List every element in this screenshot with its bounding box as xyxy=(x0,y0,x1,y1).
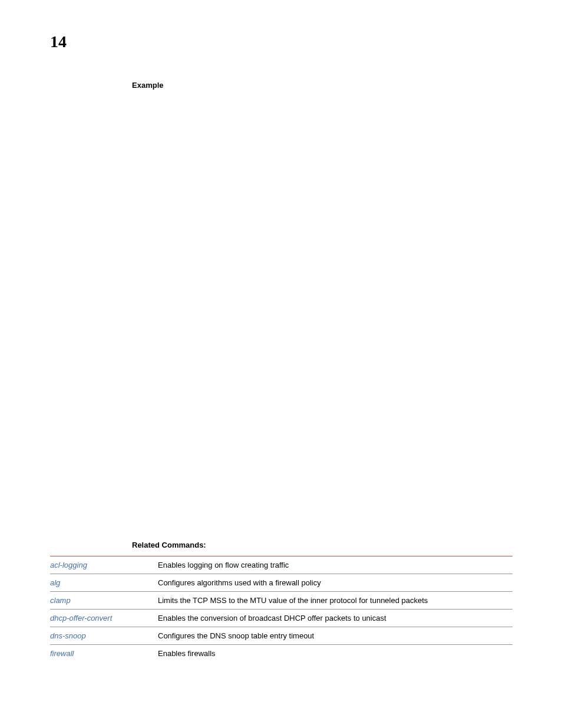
table-row: clamp Limits the TCP MSS to the MTU valu… xyxy=(50,592,513,610)
command-link-alg[interactable]: alg xyxy=(50,574,158,592)
related-commands-heading: Related Commands: xyxy=(132,541,206,549)
command-link-firewall[interactable]: firewall xyxy=(50,645,158,663)
command-desc: Configures algorithms used with a firewa… xyxy=(158,574,513,592)
table-row: dhcp-offer-convert Enables the conversio… xyxy=(50,610,513,627)
command-desc: Enables the conversion of broadcast DHCP… xyxy=(158,610,513,627)
command-desc: Limits the TCP MSS to the MTU value of t… xyxy=(158,592,513,610)
table-row: firewall Enables firewalls xyxy=(50,645,513,663)
command-link-dhcp-offer-convert[interactable]: dhcp-offer-convert xyxy=(50,610,158,627)
example-heading: Example xyxy=(132,81,163,90)
command-desc: Enables firewalls xyxy=(158,645,513,663)
related-commands-table: acl-logging Enables logging on flow crea… xyxy=(50,556,513,662)
table-row: alg Configures algorithms used with a fi… xyxy=(50,574,513,592)
command-desc: Configures the DNS snoop table entry tim… xyxy=(158,627,513,645)
command-link-acl-logging[interactable]: acl-logging xyxy=(50,556,158,574)
table-row: acl-logging Enables logging on flow crea… xyxy=(50,556,513,574)
page-number: 14 xyxy=(50,32,67,51)
table-row: dns-snoop Configures the DNS snoop table… xyxy=(50,627,513,645)
command-link-dns-snoop[interactable]: dns-snoop xyxy=(50,627,158,645)
command-link-clamp[interactable]: clamp xyxy=(50,592,158,610)
command-desc: Enables logging on flow creating traffic xyxy=(158,556,513,574)
